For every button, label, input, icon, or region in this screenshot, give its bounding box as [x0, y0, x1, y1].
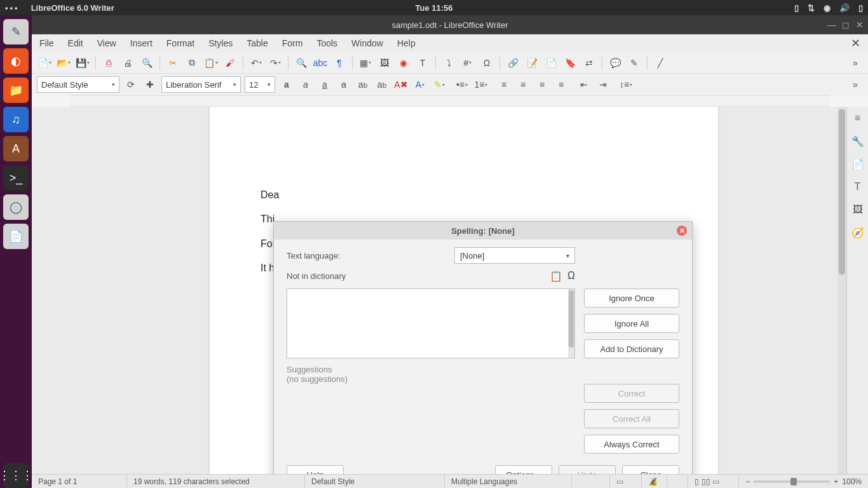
- spellcheck-button[interactable]: abc: [313, 55, 328, 71]
- formatting-overflow-button[interactable]: »: [848, 77, 863, 92]
- menu-edit[interactable]: Edit: [68, 38, 83, 48]
- dock-writer-icon[interactable]: ✎: [3, 19, 29, 44]
- status-signature[interactable]: 🔏: [642, 475, 667, 488]
- window-close-button[interactable]: ✕: [855, 20, 864, 29]
- print-button[interactable]: 🖨: [120, 55, 135, 71]
- special-char-button[interactable]: Ω: [479, 55, 494, 71]
- close-button[interactable]: Close: [622, 465, 679, 474]
- menu-window[interactable]: Window: [351, 38, 383, 48]
- sidebar-navigator-icon[interactable]: 🧭: [850, 225, 865, 240]
- status-view-layout[interactable]: ▯ ▯▯ ▭: [688, 475, 739, 488]
- vertical-scrollbar[interactable]: [837, 107, 846, 474]
- network-indicator-icon[interactable]: ⇅: [808, 3, 815, 13]
- dock-browser-icon[interactable]: ◯: [3, 194, 29, 220]
- status-style[interactable]: Default Style: [305, 475, 445, 488]
- formatting-marks-button[interactable]: ¶: [332, 55, 347, 71]
- bullet-list-button[interactable]: •≡▾: [454, 77, 470, 92]
- options-button[interactable]: Options...: [495, 465, 552, 474]
- insert-field-button[interactable]: #▾: [460, 55, 475, 71]
- highlight-button[interactable]: ✎▾: [431, 77, 447, 92]
- phone-indicator-icon[interactable]: ▯: [794, 3, 799, 13]
- update-style-button[interactable]: ⟳: [123, 77, 139, 92]
- sound-indicator-icon[interactable]: 🔊: [839, 3, 850, 13]
- new-style-button[interactable]: ✚: [142, 77, 158, 92]
- paste-clipboard-icon[interactable]: 📋: [550, 270, 562, 282]
- number-list-button[interactable]: 1≡▾: [473, 77, 489, 92]
- dock-software-icon[interactable]: A: [3, 136, 29, 161]
- menu-help[interactable]: Help: [397, 38, 416, 48]
- sidebar-page-icon[interactable]: 📄: [850, 156, 865, 172]
- clear-format-button[interactable]: A✖: [393, 77, 409, 92]
- toolbar-overflow-button[interactable]: »: [848, 55, 863, 71]
- status-language[interactable]: Multiple Languages: [445, 475, 572, 488]
- align-justify-button[interactable]: ≡: [553, 77, 569, 92]
- bold-button[interactable]: a: [279, 77, 294, 92]
- sidebar-properties-icon[interactable]: 🔧: [850, 133, 865, 149]
- window-minimize-button[interactable]: —: [827, 20, 836, 29]
- export-pdf-button[interactable]: ⎙: [101, 55, 116, 71]
- align-center-button[interactable]: ≡: [515, 77, 531, 92]
- new-doc-button[interactable]: 📄▾: [37, 55, 52, 71]
- window-maximize-button[interactable]: ◻: [841, 20, 850, 29]
- text-language-combo[interactable]: [None] ▾: [454, 247, 575, 264]
- horizontal-ruler[interactable]: [70, 95, 830, 107]
- dock-terminal-icon[interactable]: >_: [3, 165, 29, 191]
- font-color-button[interactable]: A▾: [412, 77, 428, 92]
- menu-file[interactable]: File: [39, 38, 54, 48]
- zoom-value[interactable]: 100%: [842, 477, 862, 486]
- menu-view[interactable]: View: [97, 38, 116, 48]
- zoom-in-button[interactable]: +: [834, 477, 838, 486]
- font-size-combo[interactable]: 12▾: [245, 76, 275, 93]
- open-button[interactable]: 📂▾: [56, 55, 71, 71]
- always-correct-button[interactable]: Always Correct: [584, 435, 679, 454]
- dock-writer-active-icon[interactable]: 📄: [3, 224, 29, 249]
- find-replace-button[interactable]: 🔍: [294, 55, 309, 71]
- menu-table[interactable]: Table: [247, 38, 268, 48]
- document-close-button[interactable]: ✕: [851, 36, 860, 50]
- hyperlink-button[interactable]: 🔗: [505, 55, 520, 71]
- dock-apps-grid-icon[interactable]: ⋮⋮⋮: [3, 463, 29, 488]
- dialog-close-button[interactable]: ✕: [677, 226, 687, 236]
- footnote-button[interactable]: 📝: [524, 55, 539, 71]
- clone-format-button[interactable]: 🖌: [222, 55, 238, 71]
- paste-button[interactable]: 📋▾: [203, 55, 219, 71]
- menu-format[interactable]: Format: [166, 38, 194, 48]
- subscript-button[interactable]: ab: [374, 77, 390, 92]
- menu-form[interactable]: Form: [282, 38, 303, 48]
- ignore-all-button[interactable]: Ignore All: [584, 314, 679, 333]
- bookmark-button[interactable]: 🔖: [562, 55, 578, 71]
- zoom-out-button[interactable]: −: [745, 477, 750, 486]
- wifi-indicator-icon[interactable]: ◉: [824, 3, 831, 13]
- menu-styles[interactable]: Styles: [208, 38, 233, 48]
- font-name-combo[interactable]: Liberation Serif▾: [161, 76, 241, 93]
- line-spacing-button[interactable]: ↕≡▾: [618, 77, 634, 92]
- redo-button[interactable]: ↷▾: [268, 55, 283, 71]
- copy-button[interactable]: ⧉: [184, 55, 200, 71]
- clock[interactable]: Tue 11:56: [415, 3, 452, 13]
- dock-files-icon[interactable]: 📁: [3, 78, 29, 103]
- undo-button[interactable]: ↶▾: [248, 55, 264, 71]
- paragraph-style-combo[interactable]: Default Style▾: [37, 76, 119, 93]
- align-left-button[interactable]: ≡: [496, 77, 512, 92]
- status-insert-mode[interactable]: [572, 475, 610, 488]
- insert-chart-button[interactable]: ◉: [396, 55, 411, 71]
- track-changes-button[interactable]: ✎: [627, 55, 642, 71]
- help-button[interactable]: Help: [287, 465, 344, 474]
- menu-insert[interactable]: Insert: [130, 38, 153, 48]
- sidebar-menu-icon[interactable]: ≡: [850, 111, 865, 126]
- insert-textbox-button[interactable]: T: [415, 55, 430, 71]
- comment-button[interactable]: 💬: [607, 55, 623, 71]
- line-button[interactable]: ╱: [653, 55, 668, 71]
- cross-ref-button[interactable]: ⇄: [581, 55, 597, 71]
- battery-indicator-icon[interactable]: ▯: [858, 3, 863, 13]
- special-char-dialog-icon[interactable]: Ω: [567, 270, 575, 282]
- sidebar-gallery-icon[interactable]: 🖼: [850, 202, 865, 217]
- indent-increase-button[interactable]: ⇥: [595, 77, 611, 92]
- zoom-slider[interactable]: [754, 480, 830, 483]
- ignore-once-button[interactable]: Ignore Once: [584, 288, 679, 308]
- save-button[interactable]: 💾▾: [75, 55, 90, 71]
- dialog-titlebar[interactable]: Spelling: [None] ✕: [274, 222, 692, 240]
- italic-button[interactable]: a: [298, 77, 313, 92]
- cut-button[interactable]: ✂: [165, 55, 180, 71]
- dock-music-icon[interactable]: ♫: [3, 107, 29, 132]
